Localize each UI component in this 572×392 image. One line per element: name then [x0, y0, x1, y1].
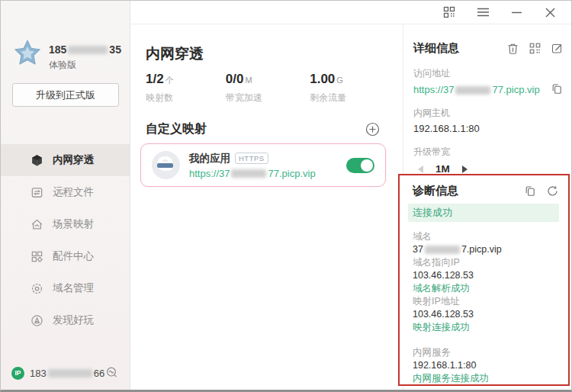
app-window: 18535 体验版 升级到正式版 内网穿透: [0, 0, 572, 392]
network-check-icon[interactable]: [105, 366, 119, 380]
connection-status-badge: 连接成功: [408, 204, 559, 222]
star-avatar-icon: [13, 39, 42, 69]
footer-ip-number: 18366: [30, 368, 104, 379]
stats-row: 1/2个 映射数 0/0M 带宽加速 1.00G 剩余流量: [146, 72, 390, 104]
domain-ip-label: 域名指向IP: [413, 256, 559, 269]
bandwidth-stepper: 1M: [413, 163, 564, 175]
details-section: 详细信息: [403, 24, 572, 175]
gear-icon: [30, 281, 43, 295]
layout-switch-icon[interactable]: [432, 1, 466, 24]
stat-bandwidth: 0/0M 带宽加速: [226, 72, 310, 104]
page-title: 内网穿透: [146, 44, 204, 64]
stat-mapping-count: 1/2个 映射数: [146, 72, 226, 104]
domain-label: 域名: [413, 230, 559, 243]
add-mapping-icon[interactable]: [365, 122, 380, 137]
copy-icon[interactable]: [525, 185, 537, 198]
sidebar-item-addon-center[interactable]: 配件中心: [1, 240, 130, 272]
increase-bandwidth-icon[interactable]: [462, 165, 468, 173]
sidebar-item-discover[interactable]: 发现好玩: [1, 304, 130, 336]
mapping-toggle[interactable]: [346, 158, 374, 173]
sidebar-item-intranet-tunnel[interactable]: 内网穿透: [1, 144, 130, 176]
account-phone: 18535: [49, 43, 121, 56]
domain-value: 377.picp.vip: [413, 243, 559, 256]
sidebar-item-label: 域名管理: [53, 281, 94, 295]
access-address-link[interactable]: https://3777.picp.vip: [413, 83, 564, 95]
protocol-badge: HTTPS: [235, 153, 268, 164]
minimize-icon[interactable]: [500, 1, 533, 24]
account-plan-label: 体验版: [49, 59, 121, 72]
house-icon: [30, 217, 43, 231]
mapping-connect-result: 映射连接成功: [413, 321, 559, 334]
mapping-name: 我的应用: [189, 152, 230, 165]
close-icon[interactable]: [533, 1, 567, 24]
sidebar-footer: IP 18366: [1, 364, 130, 382]
menu-icon[interactable]: [466, 1, 500, 24]
sidebar-item-remote-files[interactable]: 远程文件: [1, 176, 130, 208]
sidebar-item-label: 场景映射: [53, 217, 94, 231]
stat-remaining-traffic: 1.00G 剩余流量: [310, 72, 390, 104]
delete-icon[interactable]: [507, 43, 519, 55]
bandwidth-value: 1M: [435, 163, 450, 175]
discover-icon: [30, 313, 43, 327]
intranet-host-label: 内网主机: [413, 107, 564, 120]
qr-code-icon[interactable]: [529, 43, 541, 55]
edit-icon[interactable]: [551, 43, 564, 55]
access-address-label: 访问地址: [413, 67, 564, 80]
refresh-icon[interactable]: [547, 185, 559, 198]
sidebar-item-domain-management[interactable]: 域名管理: [1, 272, 130, 304]
upgrade-bandwidth-label: 升级带宽: [413, 146, 564, 159]
sidebar-item-label: 远程文件: [53, 185, 94, 199]
ip-badge: IP: [11, 367, 24, 380]
sidebar-item-label: 发现好玩: [53, 313, 94, 327]
upgrade-button[interactable]: 升级到正式版: [12, 83, 119, 107]
intranet-service-value: 192.168.1.1:80: [413, 359, 559, 372]
intranet-service-label: 内网服务: [413, 346, 559, 359]
sidebar-item-label: 内网穿透: [53, 153, 94, 167]
sidebar-item-scene-mapping[interactable]: 场景映射: [1, 208, 130, 240]
intranet-service-result: 内网服务连接成功: [413, 372, 559, 385]
sidebar-item-label: 配件中心: [53, 249, 94, 263]
app-icon: e: [152, 151, 180, 179]
titlebar: [130, 1, 571, 24]
cube-icon: [30, 153, 43, 167]
sidebar: 18535 体验版 升级到正式版 内网穿透: [1, 1, 130, 390]
mapping-card[interactable]: e 我的应用 HTTPS https://3777.picp.vip: [140, 143, 386, 187]
main-content: 内网穿透 1/2个 映射数 0/0M 带宽加速 1.00G 剩余流量 自定义映射: [131, 24, 403, 390]
domain-resolve-result: 域名解析成功: [413, 282, 559, 295]
diagnosis-section: 诊断信息 连接成功 域名 377.picp.vip 域名指向IP 103: [398, 174, 570, 386]
copy-icon[interactable]: [551, 83, 564, 95]
mapping-ip-value: 103.46.128.53: [413, 308, 559, 321]
sidebar-nav: 内网穿透 远程文件 场景映射: [1, 144, 130, 336]
custom-mapping-title: 自定义映射: [146, 121, 207, 137]
blocks-icon: [30, 249, 43, 263]
mapping-url-link[interactable]: https://3777.picp.vip: [189, 168, 346, 179]
domain-ip-value: 103.46.128.53: [413, 269, 559, 282]
mapping-ip-label: 映射IP地址: [413, 295, 559, 308]
account-info: 18535 体验版: [13, 39, 121, 72]
details-title: 详细信息: [413, 41, 497, 56]
intranet-host-value: 192.168.1.1:80: [413, 123, 564, 134]
file-icon: [30, 185, 43, 199]
diagnosis-title: 诊断信息: [413, 184, 515, 198]
decrease-bandwidth-icon[interactable]: [418, 165, 423, 173]
